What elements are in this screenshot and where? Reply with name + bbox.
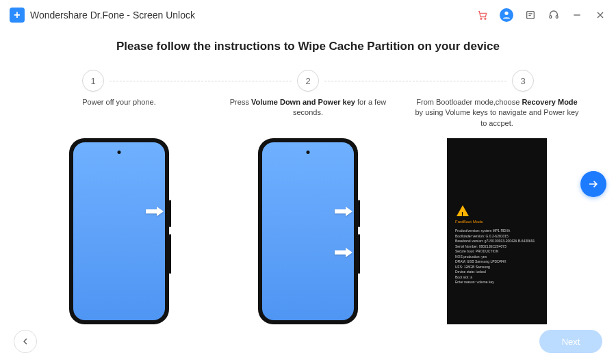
volume-button (358, 234, 360, 274)
svg-point-0 (480, 18, 482, 19)
step-2-caption: Press Volume Down and Power key for a fe… (214, 97, 402, 129)
step-1-caption: Power off your phone. (25, 97, 214, 129)
svg-point-2 (504, 12, 508, 15)
warning-icon-mark: ! (461, 210, 463, 220)
volume-button (169, 234, 171, 274)
step-1-circle: 1 (82, 70, 104, 92)
bootloader-screen: ! FastBoot Mode Product/version: system … (447, 138, 547, 324)
step-2-circle: 2 (297, 70, 319, 92)
step-1-illustration (25, 138, 214, 324)
bootloader-text: Product/version: system MP1 RENA Bootloa… (455, 229, 540, 285)
feedback-icon[interactable] (524, 9, 537, 21)
caption-prefix: From Bootloader mode,choose (416, 98, 522, 106)
phone-screen (262, 142, 354, 320)
app-logo: + (10, 8, 25, 23)
caption-bold: Volume Down and Power key (251, 98, 355, 106)
arrow-right-icon (333, 205, 354, 218)
svg-rect-5 (556, 16, 558, 18)
back-button[interactable] (14, 330, 37, 353)
step-2-illustration (214, 138, 402, 324)
power-button (169, 200, 171, 227)
app-title: Wondershare Dr.Fone - Screen Unlock (30, 10, 195, 21)
support-icon[interactable] (548, 9, 560, 21)
arrow-right-icon (144, 205, 165, 218)
illustrations: ! FastBoot Mode Product/version: system … (0, 138, 616, 324)
titlebar: + Wondershare Dr.Fone - Screen Unlock (0, 0, 616, 30)
step-connector (110, 81, 292, 81)
phone-screen (73, 142, 165, 320)
power-button (358, 200, 360, 227)
next-button-label: Next (562, 337, 580, 347)
phone-notch (118, 151, 121, 154)
cart-icon[interactable] (476, 9, 489, 21)
titlebar-actions (476, 8, 606, 22)
phone-mockup (258, 138, 358, 324)
svg-point-1 (485, 18, 486, 19)
svg-rect-4 (550, 16, 552, 18)
phone-mockup (69, 138, 169, 324)
minimize-icon[interactable] (571, 9, 583, 21)
close-icon[interactable] (594, 9, 606, 21)
forward-button[interactable] (580, 171, 606, 197)
caption-text: Power off your phone. (82, 98, 155, 106)
caption-bold: Recovery Mode (522, 98, 577, 106)
next-button[interactable]: Next (539, 330, 602, 353)
caption-suffix: by using Volume keys to navigate and Pow… (415, 108, 578, 127)
step-3-illustration: ! FastBoot Mode Product/version: system … (402, 138, 591, 324)
fastboot-label: FastBoot Mode (455, 219, 483, 225)
caption-prefix: Press (230, 98, 251, 106)
step-captions: Power off your phone. Press Volume Down … (0, 97, 616, 129)
arrow-right-icon (333, 246, 354, 259)
step-connector (324, 81, 506, 81)
step-3-caption: From Bootloader mode,choose Recovery Mod… (402, 97, 591, 129)
user-icon[interactable] (500, 8, 513, 22)
page-title: Please follow the instructions to Wipe C… (0, 40, 616, 53)
phone-notch (307, 151, 310, 154)
stepper: 1 2 3 (0, 70, 616, 92)
step-3-circle: 3 (512, 70, 534, 92)
